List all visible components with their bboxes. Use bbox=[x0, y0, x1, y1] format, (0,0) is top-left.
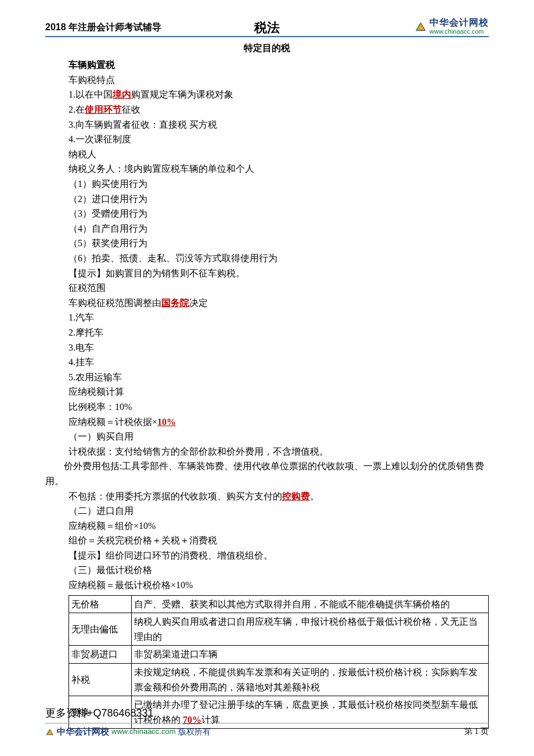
list-item: （5）获奖使用行为 bbox=[68, 236, 489, 251]
table-cell-desc: 未按规定纳税，不能提供购车发票和有关证明的，按最低计税价格计税；实际购车发票金额… bbox=[132, 664, 489, 696]
table-row: 补税 未按规定纳税，不能提供购车发票和有关证明的，按最低计税价格计税；实际购车发… bbox=[69, 664, 489, 696]
table-cell-desc: 自产、受赠、获奖和以其他方式取得并自用，不能或不能准确提供车辆价格的 bbox=[132, 595, 489, 613]
triangle-logo-icon bbox=[45, 727, 55, 736]
text-line: 计税依据：支付给销售方的全部价款和价外费用，不含增值税。 bbox=[68, 444, 489, 459]
footer-contact: 更多资料+Q786468331 bbox=[45, 705, 489, 723]
table-cell-label: 补税 bbox=[69, 664, 132, 696]
text-line: 不包括：使用委托方票据的代收款项、购买方支付的控购费。 bbox=[68, 489, 489, 504]
footer-logo-row: 中华会计网校 www.chinaacc.com 版权所有 bbox=[45, 725, 211, 739]
header-logo-block: 中华会计网校 www.chinaacc.com bbox=[414, 17, 489, 35]
page-header: 2018 年注册会计师考试辅导 税法 中华会计网校 www.chinaacc.c… bbox=[45, 17, 489, 37]
subheading: 应纳税额计算 bbox=[68, 384, 489, 399]
table-cell-label: 无价格 bbox=[69, 595, 132, 613]
keyword-red: 10% bbox=[157, 417, 176, 427]
list-item: （2）进口使用行为 bbox=[68, 192, 489, 207]
list-item: （4）自产自用行为 bbox=[68, 221, 489, 236]
list-item: 1.汽车 bbox=[68, 310, 489, 325]
table-cell-label: 无理由偏低 bbox=[69, 613, 132, 646]
list-item: 2.摩托车 bbox=[68, 325, 489, 340]
text-line: 比例税率：10% bbox=[68, 399, 489, 415]
text-line: 应纳税额＝计税依据×10% bbox=[68, 415, 489, 430]
logo-text-cn: 中华会计网校 bbox=[430, 17, 489, 28]
footer-url: www.chinaacc.com bbox=[111, 726, 176, 738]
text-line: 应纳税额＝组价×10% bbox=[68, 519, 489, 534]
text-line: 纳税义务人：境内购置应税车辆的单位和个人 bbox=[68, 161, 489, 177]
tip-line: 【提示】组价同进口环节的消费税、增值税组价。 bbox=[68, 548, 489, 563]
header-subject: 税法 bbox=[254, 17, 280, 38]
list-item: 4.挂车 bbox=[68, 355, 489, 370]
table-row: 无理由偏低 纳税人购买自用或者进口自用应税车辆，申报计税价格低于最低计税价格，又… bbox=[69, 613, 489, 646]
subheading: 征税范围 bbox=[68, 280, 489, 296]
section-heading: 车辆购置税 bbox=[68, 57, 489, 73]
logo-url: www.chinaacc.com bbox=[430, 28, 489, 35]
paragraph-wrap: 价外费用包括:工具零部件、车辆装饰费、使用代收单位票据的代收款项、一票上难以划分… bbox=[45, 459, 489, 488]
tip-line: 【提示】如购置目的为销售则不征车购税。 bbox=[68, 266, 489, 281]
list-item: （6）拍卖、抵债、走私、罚没等方式取得使用行为 bbox=[68, 251, 489, 266]
subheading: 纳税人 bbox=[68, 147, 489, 162]
subheading: 车购税特点 bbox=[68, 73, 489, 88]
keyword-red: 使用环节 bbox=[85, 105, 122, 114]
content-body: 车辆购置税 车购税特点 1.以在中国境内购置规定车辆为课税对象 2.在使用环节征… bbox=[45, 57, 489, 729]
text-line: 车购税征税范围调整由国务院决定 bbox=[68, 296, 489, 311]
keyword-red: 境内 bbox=[113, 89, 131, 99]
text-line: 价外费用包括:工具零部件、车辆装饰费、使用代收单位票据的代收款项、一票上难以划分… bbox=[45, 459, 489, 488]
list-item: 3.电车 bbox=[68, 340, 489, 355]
text-line: 1.以在中国境内购置规定车辆为课税对象 bbox=[68, 87, 489, 102]
text-line: 3.向车辆购置者征收：直接税 买方税 bbox=[68, 117, 489, 132]
table-row: 非贸易进口 非贸易渠道进口车辆 bbox=[69, 646, 489, 664]
footer-copyright: 版权所有 bbox=[178, 725, 211, 738]
keyword-red: 国务院 bbox=[161, 298, 189, 308]
table-cell-desc: 非贸易渠道进口车辆 bbox=[132, 646, 489, 664]
page-number: 第 1 页 bbox=[464, 725, 489, 738]
table-cell-desc: 纳税人购买自用或者进口自用应税车辆，申报计税价格低于最低计税价格，又无正当理由的 bbox=[132, 613, 489, 646]
text-line: 4.一次课征制度 bbox=[68, 132, 489, 147]
table-row: 无价格 自产、受赠、获奖和以其他方式取得并自用，不能或不能准确提供车辆价格的 bbox=[69, 595, 489, 613]
footer-logo-cn: 中华会计网校 bbox=[57, 725, 109, 739]
text-line: 应纳税额＝最低计税价格×10% bbox=[68, 578, 489, 593]
list-item: （1）购买使用行为 bbox=[68, 177, 489, 192]
header-course-title: 2018 年注册会计师考试辅导 bbox=[45, 20, 161, 35]
text-line: 2.在使用环节征收 bbox=[68, 102, 489, 117]
keyword-red: 控购费 bbox=[282, 491, 310, 501]
subheading: （三）最低计税价格 bbox=[68, 563, 489, 578]
doc-main-title: 特定目的税 bbox=[45, 41, 489, 56]
text-line: 组价＝关税完税价格＋关税＋消费税 bbox=[68, 533, 489, 548]
list-item: （3）受赠使用行为 bbox=[68, 206, 489, 221]
triangle-logo-icon bbox=[414, 20, 427, 33]
subheading: （一）购买自用 bbox=[68, 429, 489, 444]
list-item: 5.农用运输车 bbox=[68, 370, 489, 385]
page-footer: 更多资料+Q786468331 中华会计网校 www.chinaacc.com … bbox=[45, 705, 489, 739]
table-cell-label: 非贸易进口 bbox=[69, 646, 132, 664]
subheading: （二）进口自用 bbox=[68, 503, 489, 519]
